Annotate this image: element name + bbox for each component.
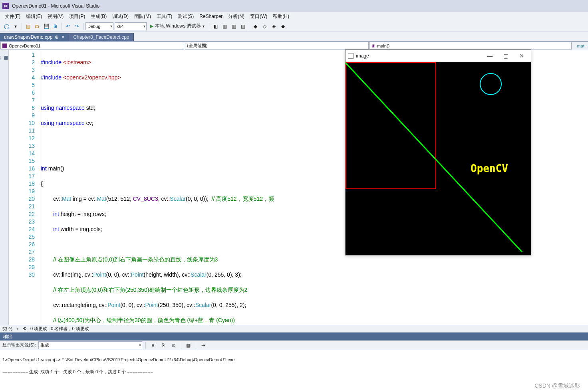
separator bbox=[62, 23, 62, 30]
tool-icon[interactable]: ▥ bbox=[230, 22, 238, 30]
window-icon bbox=[348, 53, 354, 59]
save-icon[interactable]: 💾 bbox=[42, 22, 50, 30]
csdn-watermark: CSDN @雪域迷影 bbox=[534, 382, 580, 390]
menu-help[interactable]: 帮助(H) bbox=[270, 12, 292, 21]
nav-back-icon[interactable]: ◯ bbox=[2, 22, 10, 30]
tab-drawshapes[interactable]: drawShapesDemo.cpp⊕✕ bbox=[0, 33, 69, 41]
menu-test[interactable]: 测试(S) bbox=[175, 12, 196, 21]
nav-fwd-icon[interactable]: ▾ bbox=[12, 22, 20, 30]
start-debug-button[interactable]: ▶本地 Windows 调试器 ▾ bbox=[148, 22, 207, 30]
vs-logo-icon: ⋈ bbox=[2, 3, 9, 9]
tab-facedetect[interactable]: Chapter8_FaceDetect.cpp bbox=[69, 33, 133, 41]
side-tab-server[interactable]: 服务器资源管理器 bbox=[3, 52, 8, 325]
output-tool-icon[interactable]: ⎘ bbox=[159, 341, 167, 349]
open-file-icon[interactable]: 🗀 bbox=[33, 22, 41, 30]
nav-scope[interactable]: (全局范围) bbox=[185, 42, 369, 49]
save-all-icon[interactable]: 🗎 bbox=[52, 22, 60, 30]
side-tabs: 服务器资源管理器 工具箱 bbox=[0, 50, 9, 325]
menu-bar: 文件(F) 编辑(E) 视图(V) 项目(P) 生成(B) 调试(D) 团队(M… bbox=[0, 12, 588, 21]
new-project-icon[interactable]: ▤ bbox=[24, 22, 32, 30]
image-window-title: image bbox=[356, 53, 369, 59]
output-tool-icon[interactable]: ≡ bbox=[149, 341, 157, 349]
line-gutter: 1234567891011121314151617181920212223242… bbox=[9, 50, 39, 325]
separator bbox=[22, 23, 22, 30]
menu-team[interactable]: 团队(M) bbox=[132, 12, 153, 21]
config-combo[interactable]: Debug bbox=[85, 22, 113, 30]
output-panel: 输出 显示输出来源(S): 生成 ≡ ⎘ ⎚ ▦ ⇥ 1>OpencvDemoU… bbox=[0, 332, 588, 392]
menu-analyze[interactable]: 分析(N) bbox=[226, 12, 247, 21]
maximize-button[interactable]: ▢ bbox=[499, 51, 513, 61]
close-button[interactable]: ✕ bbox=[515, 51, 528, 61]
tab-label: Chapter8_FaceDetect.cpp bbox=[73, 34, 129, 40]
menu-tools[interactable]: 工具(T) bbox=[154, 12, 175, 21]
menu-edit[interactable]: 编辑(E) bbox=[24, 12, 44, 21]
image-window-titlebar[interactable]: image — ▢ ✕ bbox=[346, 50, 531, 62]
nav-project[interactable]: OpencvDemo01 bbox=[0, 42, 184, 49]
pin-icon[interactable]: ⊕ bbox=[55, 34, 59, 40]
tool-icon[interactable]: ▤ bbox=[239, 22, 247, 30]
output-header[interactable]: 输出 bbox=[0, 333, 588, 341]
red-rectangle bbox=[346, 62, 436, 189]
tool-icon[interactable]: ▦ bbox=[220, 22, 228, 30]
menu-view[interactable]: 视图(V) bbox=[45, 12, 66, 21]
output-tool-icon[interactable]: ▦ bbox=[185, 341, 193, 349]
window-title: OpencvDemo01 - Microsoft Visual Studio bbox=[12, 3, 99, 9]
tab-label: drawShapesDemo.cpp bbox=[4, 34, 52, 40]
menu-build[interactable]: 生成(B) bbox=[88, 12, 109, 21]
yellow-text: OpenCV bbox=[471, 162, 508, 174]
member-icon: ◉ bbox=[371, 43, 375, 48]
bookmark-icon[interactable]: ◆ bbox=[251, 22, 259, 30]
project-icon bbox=[2, 44, 7, 48]
bookmark-icon[interactable]: ◆ bbox=[279, 22, 287, 30]
nav-label: main() bbox=[377, 44, 389, 48]
menu-project[interactable]: 项目(P) bbox=[67, 12, 87, 21]
menu-debug[interactable]: 调试(D) bbox=[110, 12, 131, 21]
output-toolbar: 显示输出来源(S): 生成 ≡ ⎘ ⎚ ▦ ⇥ bbox=[0, 341, 588, 350]
document-tabs: drawShapesDemo.cpp⊕✕ Chapter8_FaceDetect… bbox=[0, 32, 588, 42]
minimize-button[interactable]: — bbox=[483, 51, 497, 61]
output-source-label: 显示输出来源(S): bbox=[2, 342, 36, 348]
nav-label: OpencvDemo01 bbox=[9, 44, 41, 48]
toolbar: ◯ ▾ ▤ 🗀 💾 🗎 ↶ ↷ Debug x64 ▶本地 Windows 调试… bbox=[0, 21, 588, 32]
output-tool-icon[interactable]: ⇥ bbox=[199, 341, 207, 349]
output-source-combo[interactable]: 生成 bbox=[38, 341, 142, 349]
navigation-bar: OpencvDemo01 (全局范围) ◉main() mat. bbox=[0, 42, 588, 50]
play-icon: ▶ bbox=[150, 24, 153, 29]
separator bbox=[209, 23, 209, 30]
separator bbox=[249, 23, 249, 30]
nav-type: mat. bbox=[572, 42, 588, 50]
start-label: 本地 Windows 调试器 bbox=[155, 23, 201, 30]
close-icon[interactable]: ✕ bbox=[61, 35, 65, 40]
separator bbox=[83, 23, 83, 30]
zoom-level[interactable]: 53 % bbox=[2, 327, 12, 331]
bookmark-icon[interactable]: ◇ bbox=[260, 22, 268, 30]
side-tab-toolbox[interactable]: 工具箱 bbox=[0, 52, 1, 325]
cyan-circle bbox=[480, 73, 502, 95]
bookmark-icon[interactable]: ◈ bbox=[270, 22, 278, 30]
undo-icon[interactable]: ↶ bbox=[64, 22, 72, 30]
output-tool-icon[interactable]: ⎚ bbox=[170, 341, 178, 349]
menu-resharper[interactable]: ReSharper bbox=[197, 13, 225, 20]
menu-window[interactable]: 窗口(W) bbox=[248, 12, 270, 21]
opencv-image-window[interactable]: image — ▢ ✕ OpenCV bbox=[345, 49, 531, 255]
image-canvas: OpenCV bbox=[346, 62, 531, 255]
platform-combo[interactable]: x64 bbox=[115, 22, 147, 30]
title-bar: ⋈ OpencvDemo01 - Microsoft Visual Studio bbox=[0, 0, 588, 12]
nav-member[interactable]: ◉main() bbox=[369, 42, 572, 49]
output-text[interactable]: 1>OpencvDemoU1.vcxproj -> E:\SoftDevelop… bbox=[0, 350, 588, 392]
editor-status-bar: 53 % ▾ ⟲ 0 项更改 | 0 名作者，0 项更改 bbox=[0, 325, 588, 332]
tool-icon[interactable]: ◧ bbox=[211, 22, 219, 30]
menu-file[interactable]: 文件(F) bbox=[2, 12, 23, 21]
redo-icon[interactable]: ↷ bbox=[73, 22, 81, 30]
changes-info: 0 项更改 | 0 名作者，0 项更改 bbox=[30, 326, 89, 332]
